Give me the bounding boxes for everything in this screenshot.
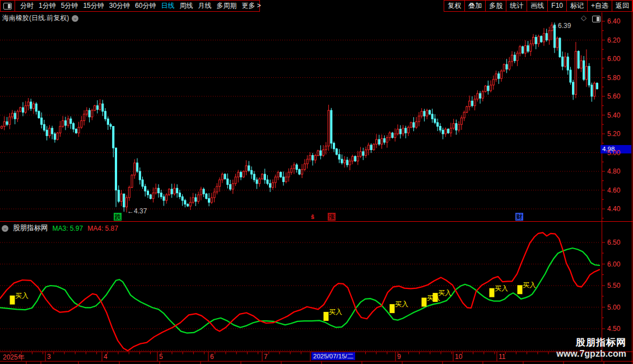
ma3-value-label: MA3: 5.97 [53,225,83,232]
buy-signal-label: 买入 [329,307,342,317]
price-axis-label: 4.60 [607,186,633,194]
candles-layer [1,22,598,213]
ma3-line [0,248,599,333]
layout-toggle-button[interactable] [3,1,15,11]
time-axis-label: 5 [159,353,163,361]
chart-title-row: 海南橡胶(日线.前复权) ⌄ [2,13,78,23]
menu-item-9[interactable]: 多周期 [216,1,236,11]
menu-item-4[interactable]: 30分钟 [109,1,130,11]
buy-signal-marker [490,288,495,297]
indicator-axis-label: 4.50 [607,325,633,333]
price-axis-label: 4.80 [607,167,633,175]
indicator-header: ⌄ 股朋指标网 MA3: 5.97 MA4: 5.87 [2,223,118,233]
buy-signal-marker [518,285,523,294]
watermark-url: www.7gpzb.com [556,349,626,359]
time-axis-label: 9 [397,353,401,361]
time-axis-label: 4 [104,353,108,361]
price-axis-label: 6.00 [607,55,633,63]
menu-cell-8[interactable]: 返回 [612,0,633,12]
menu-cell-7[interactable]: +自选 [587,0,612,12]
tools-menu: 复权叠加多股统计画线F10标记+自选返回 [444,0,633,12]
chevron-down-icon[interactable]: ⌄ [72,15,78,22]
event-badge: 跌 [114,213,122,221]
menu-cell-1[interactable]: 叠加 [464,0,486,12]
diamond-icon[interactable]: ◇ [581,13,587,22]
price-axis-label: 5.80 [607,74,633,82]
event-badge: ŝ [309,213,316,221]
panel-toggle-icon [3,3,12,10]
price-axis-label: 4.40 [607,205,633,213]
chart-canvas [0,0,633,364]
price-axis-label: 6.40 [607,17,633,25]
menu-cell-3[interactable]: 统计 [506,0,527,12]
menu-item-1[interactable]: 1分钟 [39,1,56,11]
time-axis-label: 6 [210,353,214,361]
menu-item-8[interactable]: 月线 [198,1,211,11]
time-axis-label: 3 [47,353,51,361]
menu-cell-5[interactable]: F10 [547,0,567,12]
selected-date-badge[interactable]: 2025/07/15/二 [311,352,355,360]
menu-item-10[interactable]: 更多 > [241,1,260,11]
indicator-source-label: 股朋指标网 [13,223,48,233]
buy-signal-label: 买入 [438,288,452,298]
price-annotation: ←4.37 [127,207,147,215]
menu-item-5[interactable]: 60分钟 [135,1,156,11]
menu-cell-0[interactable]: 复权 [444,0,465,12]
page-title: 海南橡胶(日线.前复权) [2,13,69,23]
price-axis-label: 5.40 [607,111,633,119]
menu-cell-6[interactable]: 标记 [566,0,588,12]
buy-signal-label: 买入 [395,300,408,309]
chevron-down-icon[interactable]: ⌄ [2,225,8,232]
buy-signal-label: 买入 [15,291,29,301]
price-axis-label: 5.00 [607,149,633,157]
buy-signal-marker [390,304,395,313]
panel-toggle-icon[interactable] [592,16,601,22]
menu-item-7[interactable]: 周线 [179,1,193,11]
period-menu: 分时1分钟5分钟15分钟30分钟60分钟日线周线月线多周期更多 > [0,0,260,12]
buy-signal-marker [10,296,15,305]
price-axis-label: 5.20 [607,130,633,138]
menu-item-6[interactable]: 日线 [161,1,174,11]
time-axis-label: 2025年 [3,353,25,362]
menu-cell-4[interactable]: 画线 [527,0,548,12]
time-axis-label: 11 [499,353,505,361]
time-axis-label: 7 [264,353,268,361]
ma4-line [0,232,599,351]
menu-cell-2[interactable]: 多股 [485,0,506,12]
event-badge: 涨 [328,213,336,221]
buy-signal-marker [324,312,329,321]
menu-item-0[interactable]: 分时 [20,1,34,11]
menu-item-2[interactable]: 5分钟 [61,1,78,11]
indicator-axis-label: 5.50 [607,282,633,290]
buy-signal-marker [422,298,427,307]
event-badge: 财 [515,213,523,221]
indicator-axis-label: 6.00 [607,260,633,268]
buy-signal-label: 买入 [523,281,536,290]
top-menubar: 分时1分钟5分钟15分钟30分钟60分钟日线周线月线多周期更多 > 复权叠加多股… [0,0,633,12]
indicator-axis-label: 6.50 [607,239,633,246]
price-annotation: ←6.39 [551,22,571,30]
menu-item-3[interactable]: 15分钟 [83,1,104,11]
price-axis-label: 5.60 [607,92,633,100]
watermark-brand: 股朋指标网 [576,336,626,349]
indicator-axis-label: 5.00 [607,304,633,311]
price-axis-label: 6.20 [607,36,633,44]
ma4-value-label: MA4: 5.87 [87,225,118,232]
buy-signal-label: 买入 [495,284,508,293]
time-axis-label: 10 [455,353,462,361]
